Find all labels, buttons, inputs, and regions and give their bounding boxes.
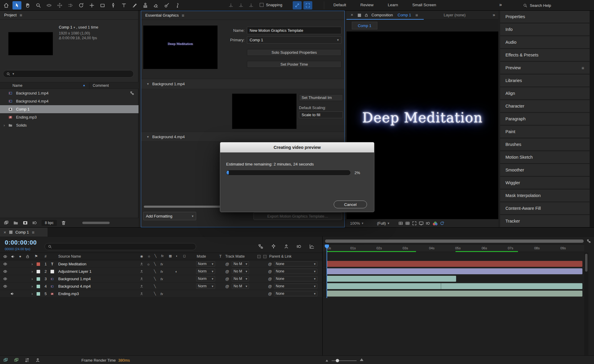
right-scroll-gutter[interactable] bbox=[590, 11, 594, 227]
shy-icon[interactable] bbox=[140, 284, 144, 288]
panel-tab-libraries[interactable]: Libraries bbox=[500, 75, 590, 86]
parent-pickwhip-icon[interactable]: @ bbox=[268, 275, 272, 283]
pan-camera-tool[interactable] bbox=[55, 1, 64, 10]
layer-duration-bar[interactable] bbox=[327, 276, 456, 282]
workspace-tab-small-screen[interactable]: Small Screen bbox=[412, 3, 436, 7]
home-icon[interactable] bbox=[2, 1, 11, 10]
parent-dropdown[interactable]: None▾ bbox=[274, 283, 317, 289]
panel-menu-icon[interactable]: ≡ bbox=[32, 230, 34, 235]
section-background4[interactable]: ▾ Background 4.mp4 bbox=[141, 132, 344, 142]
roto-brush-tool[interactable] bbox=[162, 1, 171, 10]
new-composition-icon[interactable] bbox=[23, 220, 28, 226]
workspace-tab-default[interactable]: Default bbox=[333, 3, 346, 7]
search-options-chevron-icon[interactable]: ▾ bbox=[12, 72, 14, 76]
panel-tab-effects-presets[interactable]: Effects & Presets bbox=[500, 49, 590, 61]
eraser-tool[interactable] bbox=[152, 1, 160, 10]
fx-icon[interactable]: fx bbox=[160, 275, 163, 283]
fx-column-icon[interactable]: fx bbox=[161, 254, 164, 258]
panel-tab-smoother[interactable]: Smoother bbox=[500, 164, 590, 176]
audio-column-icon[interactable] bbox=[11, 254, 15, 259]
blend-mode-dropdown[interactable]: Norm▾ bbox=[196, 276, 215, 281]
layer-row-2[interactable]: › 2 Adjustment Layer 1 ╲ fx ◐ Norm▾ @ No… bbox=[0, 268, 322, 275]
mini-flowchart-icon[interactable] bbox=[258, 244, 264, 249]
shy-icon[interactable] bbox=[140, 262, 144, 266]
project-comp-name[interactable]: Comp 1 bbox=[59, 25, 73, 29]
matte-pickwhip-icon[interactable]: @ bbox=[225, 268, 229, 275]
solo-column-icon[interactable]: ● bbox=[19, 254, 21, 259]
layer-duration-bar[interactable] bbox=[327, 283, 582, 289]
fast-previews-icon[interactable] bbox=[439, 221, 445, 226]
graph-editor-icon[interactable] bbox=[309, 244, 315, 249]
panel-tab-tracker[interactable]: Tracker bbox=[500, 215, 590, 227]
world-axis-mode-icon[interactable] bbox=[237, 1, 245, 10]
panel-tab-audio[interactable]: Audio bbox=[500, 36, 590, 48]
project-settings-icon[interactable] bbox=[32, 220, 37, 226]
parent-pickwhip-icon[interactable]: @ bbox=[268, 268, 272, 275]
dialog-title-bar[interactable]: Creating video preview bbox=[220, 142, 374, 152]
layer-row-1[interactable]: › 1 T Deep Meditation ☼ ╲ fx Norm▾ @ No … bbox=[0, 260, 322, 268]
video-column-icon[interactable] bbox=[3, 254, 7, 259]
layer-bar-row-5[interactable] bbox=[323, 290, 584, 297]
track-matte-dropdown[interactable]: No M▾ bbox=[232, 261, 249, 267]
render-info-icon[interactable] bbox=[35, 357, 40, 363]
panel-tab-properties[interactable]: Properties bbox=[500, 11, 590, 23]
solo-supported-properties-button[interactable]: Solo Supported Properties bbox=[247, 49, 341, 56]
essential-graphics-header[interactable]: Essential Graphics ≡ bbox=[141, 11, 344, 20]
parent-dropdown[interactable]: None▾ bbox=[274, 276, 317, 281]
label-color-swatch[interactable] bbox=[36, 284, 40, 289]
panel-tab-align[interactable]: Align bbox=[500, 87, 590, 99]
project-panel-header[interactable]: Project ≡ bbox=[0, 11, 138, 20]
threed-column-icon[interactable]: ◻ bbox=[183, 254, 186, 258]
chevron-down-icon[interactable]: ▾ bbox=[362, 221, 363, 225]
track-matte-dropdown[interactable]: No M▾ bbox=[232, 283, 249, 289]
expand-in-out-icon[interactable] bbox=[24, 357, 30, 363]
snap-to-edges-icon[interactable] bbox=[293, 1, 302, 10]
preserve-transparency-column[interactable]: T bbox=[219, 254, 222, 259]
number-column[interactable]: # bbox=[45, 254, 47, 259]
cancel-button[interactable]: Cancel bbox=[334, 201, 367, 208]
layer-bar-row-3[interactable] bbox=[323, 275, 584, 283]
quality-icon[interactable]: ╲ bbox=[154, 260, 156, 268]
panel-tab-paragraph[interactable]: Paragraph bbox=[500, 113, 590, 125]
label-column-icon[interactable]: ⚑ bbox=[34, 254, 38, 259]
layer-expander-icon[interactable]: › bbox=[31, 275, 33, 283]
set-poster-time-button[interactable]: Set Poster Time bbox=[247, 61, 341, 68]
layer-bar-row-1[interactable] bbox=[323, 260, 584, 268]
parent-pickwhip-icon[interactable]: @ bbox=[268, 283, 272, 290]
eg-hscrollbar[interactable] bbox=[144, 206, 233, 208]
panel-tab-motion-sketch[interactable]: Motion Sketch bbox=[500, 151, 590, 163]
project-item-solids-folder[interactable]: › Solids bbox=[0, 121, 138, 129]
type-tool[interactable] bbox=[119, 1, 128, 10]
matte-pickwhip-icon[interactable]: @ bbox=[225, 283, 229, 290]
close-panel-icon[interactable]: × bbox=[351, 12, 353, 17]
quality-column-icon[interactable]: ╲ bbox=[155, 254, 157, 258]
list-view-icon[interactable] bbox=[4, 220, 9, 226]
layer-expander-icon[interactable]: › bbox=[31, 268, 33, 275]
chevron-down-icon[interactable]: ▾ bbox=[387, 221, 389, 225]
expand-transfer-controls-icon[interactable] bbox=[14, 357, 19, 363]
project-item-ending-mp3[interactable]: Ending.mp3 bbox=[0, 113, 138, 121]
layer-expander-icon[interactable]: › bbox=[31, 260, 33, 268]
expand-layer-switches-icon[interactable] bbox=[3, 357, 8, 363]
layer-row-4[interactable]: › 4 Background 4.mp4 ╲ Norm▾ @ No M▾ @ N… bbox=[0, 283, 322, 290]
blend-mode-dropdown[interactable]: Norm▾ bbox=[196, 269, 215, 274]
playhead-line[interactable] bbox=[327, 244, 327, 298]
source-name-column[interactable]: Source Name bbox=[58, 254, 81, 259]
shy-column-icon[interactable]: ◉ bbox=[140, 254, 143, 258]
pen-tool[interactable] bbox=[109, 1, 118, 10]
shy-icon[interactable] bbox=[140, 292, 144, 296]
snapping-checkbox[interactable] bbox=[260, 3, 264, 7]
layer-bar-row-2[interactable] bbox=[323, 268, 584, 275]
motion-blur-column-icon[interactable]: ◐ bbox=[176, 254, 178, 258]
dolly-camera-tool[interactable] bbox=[66, 1, 75, 10]
eye-icon[interactable] bbox=[3, 284, 7, 289]
section-background1[interactable]: ▾ Background 1.mp4 bbox=[141, 79, 344, 89]
label-color-swatch[interactable] bbox=[36, 270, 40, 274]
panel-tab-content-aware-fill[interactable]: Content-Aware Fill bbox=[500, 202, 590, 214]
template-name-input[interactable]: New Motion Graphics Template bbox=[247, 27, 341, 34]
layer-duration-bar[interactable] bbox=[327, 261, 582, 267]
zoom-out-mountain-icon[interactable] bbox=[326, 360, 328, 361]
orbit-camera-tool[interactable] bbox=[45, 1, 53, 10]
resolution-dropdown[interactable]: (Full) bbox=[377, 221, 386, 226]
timeline-zoom-slider[interactable] bbox=[332, 360, 357, 361]
